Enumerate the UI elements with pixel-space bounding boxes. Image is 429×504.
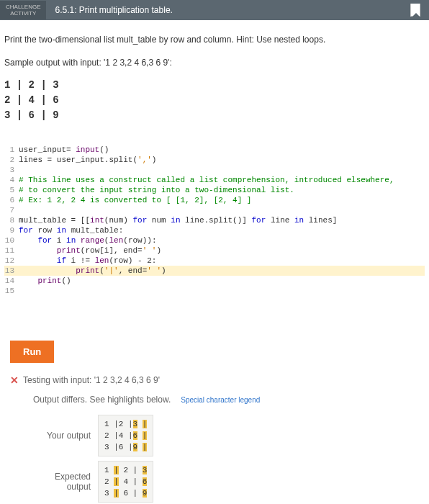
test-result: ✕Testing with input: '1 2 3,2 4 6,3 6 9'… [4,374,425,503]
sample-output-label: Sample output with input: '1 2 3,2 4 6,3… [4,58,425,68]
diff-label: Output differs. See highlights below.Spe… [4,395,425,405]
your-output-label: Your output [33,431,98,441]
bookmark-icon[interactable] [410,4,420,17]
run-button[interactable]: Run [10,341,54,363]
activity-header: CHALLENGE ACTIVITY 6.5.1: Print multipli… [0,0,429,20]
output-grid: 1 |2 |3 |2 |4 |6 |3 |6 |9 | [98,415,153,456]
output-grid: 1 | 2 | 32 | 4 | 63 | 6 | 9 [98,461,153,503]
legend-link[interactable]: Special character legend [181,396,260,404]
expected-output-row: Expected output1 | 2 | 32 | 4 | 63 | 6 |… [4,461,425,503]
your-output-row: Your output1 |2 |3 |2 |4 |6 |3 |6 |9 | [4,415,425,456]
activity-description: Print the two-dimensional list mult_tabl… [4,35,425,45]
activity-title: 6.5.1: Print multiplication table. [46,5,181,15]
expected-output-label: Expected output [33,472,98,492]
fail-icon: ✕ [10,374,19,386]
activity-tag: CHALLENGE ACTIVITY [0,1,46,19]
sample-output: 1 | 2 | 3 2 | 4 | 6 3 | 6 | 9 [4,78,425,123]
test-header: ✕Testing with input: '1 2 3,2 4 6,3 6 9' [4,374,425,386]
code-editor[interactable]: 1user_input= input() 2lines = user_input… [4,145,425,296]
